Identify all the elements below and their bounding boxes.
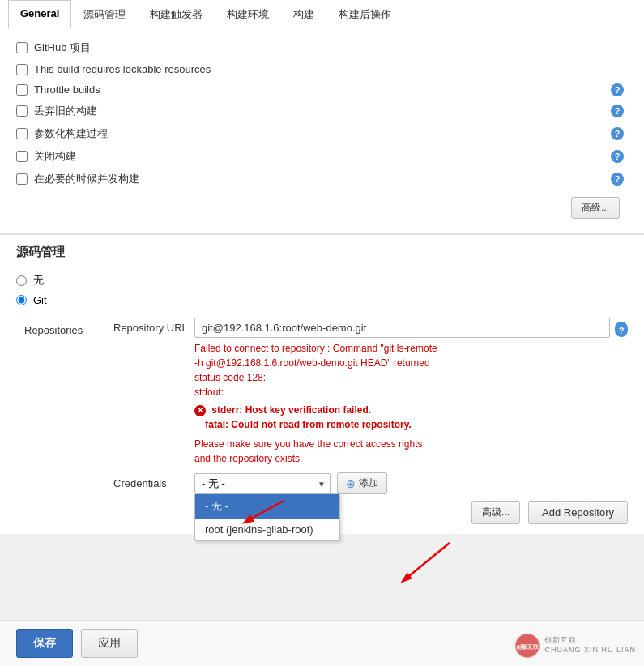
tab-post[interactable]: 构建后操作 — [326, 0, 403, 28]
checkbox-row-disable: 关闭构建 ? — [16, 145, 628, 168]
tab-source[interactable]: 源码管理 — [71, 0, 138, 28]
add-credentials-button[interactable]: ⊕ 添加 — [337, 472, 387, 494]
checkbox-row-param: 参数化构建过程 ? — [16, 122, 628, 145]
red-arrow-2 — [389, 539, 454, 590]
label-none: 无 — [33, 273, 44, 288]
save-button[interactable]: 保存 — [16, 629, 73, 658]
watermark: 创新互联 创新互联 CHUANG XIN HU LIAN — [515, 634, 636, 658]
credentials-dropdown: - 无 - root (jenkins-gilab-root) — [194, 493, 340, 541]
checkbox-discard[interactable] — [16, 105, 28, 117]
advanced-button[interactable]: 高级... — [571, 197, 620, 219]
svg-line-3 — [405, 543, 450, 579]
general-section: GitHub 项目 This build requires lockable r… — [0, 28, 644, 233]
checkbox-disable[interactable] — [16, 151, 28, 162]
label-discard: 丢弃旧的构建 — [34, 104, 97, 118]
checkbox-github[interactable] — [16, 42, 28, 53]
add-icon: ⊕ — [346, 477, 356, 490]
checkbox-param[interactable] — [16, 128, 28, 139]
error-block: Failed to connect to repository : Comman… — [194, 341, 628, 466]
radio-none[interactable] — [16, 275, 27, 286]
tab-build[interactable]: 构建 — [281, 0, 326, 28]
dropdown-item-root[interactable]: root (jenkins-gilab-root) — [195, 519, 339, 540]
credentials-row: Credentials - 无 - root (jenkins-gilab-ro… — [113, 472, 628, 494]
help-icon-disable[interactable]: ? — [611, 150, 624, 163]
help-icon-repositories[interactable]: ? — [615, 324, 628, 337]
credentials-label: Credentials — [113, 477, 194, 489]
credentials-select-wrap: - 无 - root (jenkins-gilab-root) ▼ - 无 - … — [194, 473, 331, 493]
watermark-logo: 创新互联 — [515, 634, 540, 658]
label-concurrent: 在必要的时候并发构建 — [34, 172, 139, 186]
advanced-repo-button[interactable]: 高级... — [471, 501, 520, 524]
label-lockable: This build requires lockable resources — [34, 63, 211, 75]
checkbox-throttle[interactable] — [16, 84, 28, 96]
repo-url-label: Repository URL — [113, 322, 194, 334]
label-disable: 关闭构建 — [34, 149, 76, 164]
tab-bar: General 源码管理 构建触发器 构建环境 构建 构建后操作 — [0, 0, 644, 28]
label-github: GitHub 项目 — [34, 41, 91, 55]
error-fatal-row: fatal: Could not read from remote reposi… — [194, 417, 628, 432]
help-icon-param[interactable]: ? — [611, 127, 624, 140]
label-param: 参数化构建过程 — [34, 126, 108, 141]
tab-env[interactable]: 构建环境 — [215, 0, 281, 28]
add-credentials-label: 添加 — [359, 476, 378, 490]
error-line1: Failed to connect to repository : Comman… — [194, 341, 628, 356]
checkbox-row-github: GitHub 项目 — [16, 36, 628, 59]
source-section-title: 源码管理 — [16, 245, 628, 260]
error-line3: status code 128: — [194, 370, 628, 385]
radio-row-none: 无 — [16, 270, 628, 291]
checkbox-row-discard: 丢弃旧的构建 ? — [16, 100, 628, 122]
repositories-area: Repositories Repository URL ? Failed to … — [16, 318, 628, 524]
checkbox-row-throttle: Throttle builds ? — [16, 79, 628, 100]
radio-git[interactable] — [16, 295, 27, 305]
repositories-content: Repository URL ? Failed to connect to re… — [105, 318, 628, 524]
error-stderr-row: ✕ stderr: Host key verification failed. — [194, 403, 628, 417]
tab-general[interactable]: General — [8, 0, 71, 28]
error-bold1: stderr: Host key verification failed. — [211, 404, 371, 416]
error-line4: stdout: — [194, 385, 628, 399]
add-repository-button[interactable]: Add Repository — [528, 501, 628, 524]
error-line2: -h git@192.168.1.6:root/web-demo.git HEA… — [194, 356, 628, 370]
repo-action-row: 高级... Add Repository — [113, 501, 628, 524]
credentials-select[interactable]: - 无 - root (jenkins-gilab-root) — [194, 473, 331, 493]
error-icon: ✕ — [194, 405, 206, 416]
repo-url-row: Repository URL ? — [113, 318, 628, 338]
checkbox-lockable[interactable] — [16, 64, 28, 75]
help-icon-discard[interactable]: ? — [611, 105, 624, 117]
dropdown-item-none[interactable]: - 无 - — [195, 494, 339, 519]
error-exists-row: and the repository exists. — [194, 451, 628, 466]
help-icon-throttle[interactable]: ? — [611, 83, 624, 96]
radio-row-git: Git — [16, 291, 628, 310]
checkbox-row-concurrent: 在必要的时候并发构建 ? — [16, 168, 628, 190]
advanced-btn-row: 高级... — [16, 190, 628, 225]
error-access-row: Please make sure you have the correct ac… — [194, 437, 628, 451]
error-bold2: fatal: Could not read from remote reposi… — [205, 419, 411, 430]
help-icon-concurrent[interactable]: ? — [611, 173, 624, 186]
source-section: 源码管理 无 Git Repositories Repository URL ?… — [0, 233, 644, 534]
watermark-text: 创新互联 CHUANG XIN HU LIAN — [544, 636, 636, 655]
label-throttle: Throttle builds — [34, 83, 100, 96]
label-git: Git — [33, 294, 47, 306]
tab-trigger[interactable]: 构建触发器 — [138, 0, 215, 28]
checkbox-row-lockable: This build requires lockable resources — [16, 59, 628, 79]
repositories-label: Repositories — [24, 318, 105, 336]
repo-url-input[interactable] — [194, 318, 610, 338]
checkbox-concurrent[interactable] — [16, 173, 28, 185]
apply-button[interactable]: 应用 — [81, 629, 138, 658]
svg-text:创新互联: 创新互联 — [515, 643, 540, 650]
